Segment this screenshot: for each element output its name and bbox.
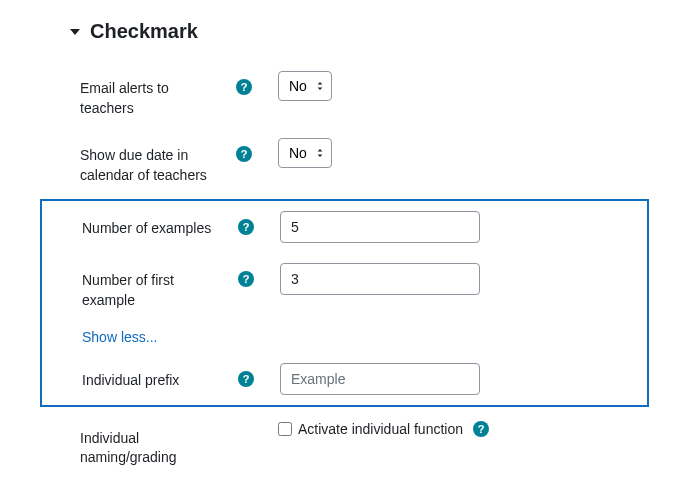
input-individual-prefix[interactable] [280,363,480,395]
row-num-first-example: Number of first example ? [42,253,647,320]
label-text: Show due date in calendar of teachers [80,146,220,185]
checkbox-activate-individual[interactable] [278,422,292,436]
help-icon[interactable]: ? [238,219,254,235]
row-individual-naming: Individual naming/grading Activate indiv… [40,411,649,478]
highlight-box: Number of examples ? Number of first exa… [40,199,649,406]
form-rows: Email alerts to teachers ? No Show due d… [40,61,649,478]
label-num-examples: Number of examples [82,211,232,239]
label-due-date-calendar: Show due date in calendar of teachers [80,138,230,185]
row-email-alerts: Email alerts to teachers ? No [40,61,649,128]
checkbox-label: Activate individual function [298,421,463,437]
row-due-date-calendar: Show due date in calendar of teachers ? … [40,128,649,195]
label-text: Number of first example [82,271,222,310]
help-icon[interactable]: ? [238,271,254,287]
label-text: Email alerts to teachers [80,79,220,118]
label-text: Individual naming/grading [80,429,220,468]
label-individual-prefix: Individual prefix [82,363,232,391]
label-num-first-example: Number of first example [82,263,232,310]
help-icon[interactable]: ? [236,79,252,95]
row-individual-prefix: Individual prefix ? [42,353,647,405]
label-text: Number of examples [82,219,211,239]
section-title: Checkmark [90,20,198,43]
help-icon[interactable]: ? [238,371,254,387]
label-email-alerts: Email alerts to teachers [80,71,230,118]
input-num-first-example[interactable] [280,263,480,295]
help-icon[interactable]: ? [473,421,489,437]
select-email-alerts[interactable]: No [278,71,332,101]
row-num-examples: Number of examples ? [42,201,647,253]
section-header[interactable]: Checkmark [68,20,649,43]
label-text: Individual prefix [82,371,179,391]
input-num-examples[interactable] [280,211,480,243]
checkbox-row: Activate individual function ? [278,421,489,437]
label-individual-naming: Individual naming/grading [80,421,230,468]
select-due-date-calendar[interactable]: No [278,138,332,168]
help-icon[interactable]: ? [236,146,252,162]
show-less-link[interactable]: Show less... [42,321,647,353]
chevron-down-icon [68,25,82,39]
